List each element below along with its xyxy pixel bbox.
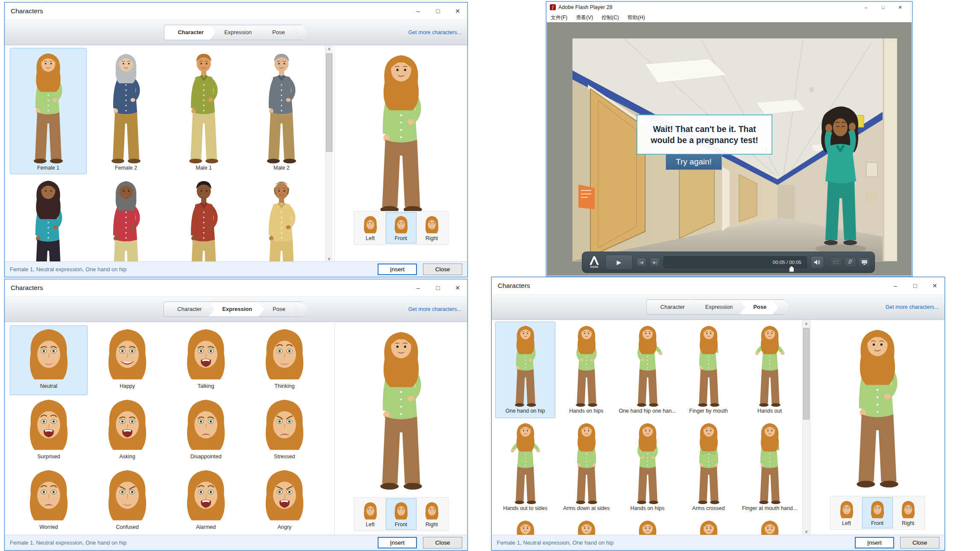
orientation-left[interactable]: Left — [355, 212, 386, 243]
pose-card[interactable] — [678, 516, 739, 535]
card-label: Stressed — [274, 454, 295, 460]
expression-card[interactable]: Asking — [88, 396, 166, 466]
expression-card[interactable]: Neutral — [10, 325, 88, 395]
paperclip-icon[interactable] — [844, 257, 856, 267]
scrollbar-thumb[interactable] — [326, 53, 332, 152]
minimize-icon[interactable]: – — [408, 3, 428, 20]
tab-expression[interactable]: Expression — [208, 302, 264, 317]
scroll-up-icon[interactable]: ∧ — [326, 45, 333, 53]
status-bar: Female 1, Neutral expression, One hand o… — [5, 261, 467, 277]
character-card[interactable] — [165, 175, 242, 262]
tab-character[interactable]: Character — [646, 299, 697, 315]
insert-button[interactable]: Insert — [378, 264, 417, 275]
insert-button[interactable]: Insert — [378, 537, 417, 548]
pose-card[interactable]: Hands on hips — [556, 322, 616, 418]
scrollbar[interactable]: ∧ ∨ — [325, 45, 333, 262]
title-bar[interactable]: Characters – □ ✕ — [5, 3, 467, 20]
scroll-track[interactable] — [326, 53, 333, 255]
orientation-right[interactable]: Right — [893, 497, 924, 528]
pose-card[interactable] — [739, 516, 800, 535]
orientation-front[interactable]: Front — [862, 497, 893, 528]
character-card[interactable]: Male 1 — [165, 48, 242, 174]
maximize-icon[interactable]: □ — [428, 279, 448, 296]
seek-bar[interactable]: 00:05 / 00:05 — [663, 256, 807, 268]
menu-item[interactable]: 文件(F) — [551, 14, 567, 21]
tab-expression[interactable]: Expression — [691, 299, 745, 315]
orientation-right[interactable]: Right — [417, 498, 447, 530]
close-icon[interactable]: ✕ — [892, 2, 909, 13]
scroll-down-icon[interactable]: ∨ — [803, 528, 810, 535]
menu-item[interactable]: 查看(V) — [576, 14, 593, 21]
expression-card[interactable]: Worried — [10, 466, 88, 535]
try-again-button[interactable]: Try again! — [666, 154, 722, 170]
character-card[interactable] — [10, 175, 87, 262]
scrollbar-thumb[interactable] — [803, 328, 810, 419]
expression-card[interactable]: Surprised — [10, 396, 88, 466]
menu-item[interactable]: 帮助(H) — [628, 14, 645, 21]
close-icon[interactable]: ✕ — [925, 277, 945, 294]
character-card[interactable]: Female 2 — [88, 48, 164, 174]
expression-card[interactable]: Happy — [88, 325, 166, 395]
tab-character[interactable]: Character — [164, 25, 216, 40]
maximize-icon[interactable]: □ — [428, 3, 448, 20]
get-more-characters-link[interactable]: Get more characters... — [886, 304, 939, 310]
pose-card[interactable] — [495, 516, 555, 535]
get-more-characters-link[interactable]: Get more characters... — [408, 306, 461, 312]
character-card[interactable] — [243, 175, 320, 262]
pose-card[interactable] — [556, 516, 616, 535]
close-button[interactable]: Close — [423, 537, 462, 548]
previous-button[interactable]: |◀ — [636, 258, 646, 267]
expression-card[interactable]: Stressed — [246, 396, 323, 466]
expression-card[interactable]: Talking — [167, 325, 245, 395]
scrollbar[interactable]: ∧ ∨ — [802, 320, 810, 535]
menu-item[interactable]: 控制(C) — [601, 14, 619, 21]
maximize-icon[interactable]: □ — [905, 277, 925, 294]
close-icon[interactable]: ✕ — [448, 3, 467, 20]
scroll-up-icon[interactable]: ∧ — [803, 320, 810, 327]
orientation-left[interactable]: Left — [831, 497, 862, 528]
pose-card[interactable]: Finger by mouth — [678, 322, 739, 418]
tab-character[interactable]: Character — [163, 302, 214, 317]
pose-card[interactable]: Arms crossed — [678, 419, 739, 516]
display-menu-icon[interactable] — [858, 257, 870, 267]
expression-card[interactable]: Confused — [88, 466, 166, 535]
seek-thumb[interactable] — [789, 266, 794, 272]
maximize-icon[interactable]: □ — [874, 2, 892, 13]
character-card[interactable]: Female 1 — [10, 48, 87, 174]
orientation-right[interactable]: Right — [417, 212, 447, 243]
minimize-icon[interactable]: – — [408, 279, 428, 296]
volume-icon[interactable] — [810, 256, 824, 269]
pose-card[interactable]: Hands out to sides — [495, 419, 555, 516]
expression-card[interactable]: Alarmed — [167, 466, 245, 535]
expression-card[interactable]: Disappointed — [167, 396, 245, 466]
close-icon[interactable]: ✕ — [448, 279, 467, 296]
pose-card[interactable]: Hands out — [739, 322, 800, 418]
pose-card[interactable]: Hands on hips — [617, 419, 678, 516]
expression-card[interactable]: Thinking — [246, 325, 323, 395]
expression-card[interactable]: Angry — [246, 466, 323, 535]
pose-card[interactable] — [617, 516, 678, 535]
play-button[interactable]: ▶ — [605, 255, 633, 270]
insert-button[interactable]: Insert — [855, 537, 894, 548]
character-card[interactable] — [88, 175, 164, 262]
close-button[interactable]: Close — [423, 264, 462, 275]
title-bar[interactable]: Characters – □ ✕ — [5, 279, 467, 296]
title-bar[interactable]: ƒ Adobe Flash Player 28 – □ ✕ — [546, 2, 912, 13]
pose-card[interactable]: One hand hip one han... — [617, 322, 678, 418]
minimize-icon[interactable]: – — [857, 2, 874, 13]
pose-card[interactable]: One hand on hip — [495, 322, 555, 418]
title-bar[interactable]: Characters – □ ✕ — [492, 277, 945, 294]
minimize-icon[interactable]: – — [886, 277, 905, 294]
orientation-left[interactable]: Left — [355, 498, 386, 530]
pose-card[interactable]: Finger at mouth hand... — [739, 419, 800, 516]
scroll-track[interactable] — [803, 327, 810, 528]
orientation-front[interactable]: Front — [386, 212, 417, 243]
close-button[interactable]: Close — [900, 537, 939, 548]
next-button[interactable]: ▶| — [650, 258, 660, 267]
pose-card[interactable]: Arms down at sides — [556, 419, 616, 516]
character-card[interactable]: Male 2 — [243, 48, 320, 174]
get-more-characters-link[interactable]: Get more characters... — [408, 29, 461, 35]
closed-captions-icon[interactable]: CC — [830, 257, 842, 267]
tab-expression[interactable]: Expression — [210, 25, 264, 40]
orientation-front[interactable]: Front — [386, 498, 417, 530]
